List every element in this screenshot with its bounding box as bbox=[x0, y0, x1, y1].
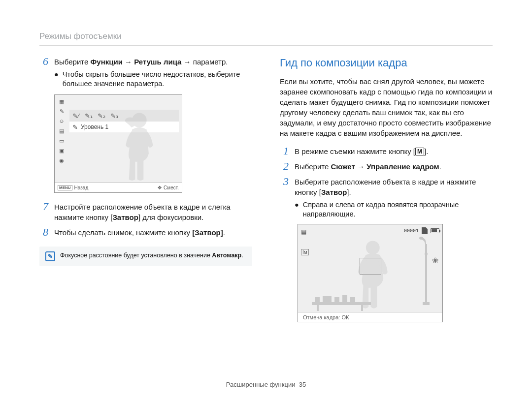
page-number: 35 bbox=[299, 381, 306, 388]
two-column-layout: 6 Выберите Функции → Ретушь лица → парам… bbox=[39, 57, 493, 322]
bold: Управление кадром bbox=[366, 162, 439, 171]
lcd-area: ▦ Iм 00001 ❀ bbox=[298, 224, 442, 312]
left-icons: ▦ Iм bbox=[301, 228, 309, 255]
text: ]. bbox=[424, 147, 428, 155]
step-7: 7 Настройте расположение объекта в кадре… bbox=[39, 202, 252, 222]
svg-point-3 bbox=[419, 237, 423, 240]
brush-off-icon: ✎∕ bbox=[69, 111, 82, 121]
bold: [Затвор] bbox=[192, 228, 223, 237]
bold: Затвор bbox=[321, 188, 347, 196]
svg-rect-9 bbox=[334, 297, 339, 302]
text: В режиме съемки нажмите кнопку [ bbox=[295, 147, 415, 155]
text: . bbox=[241, 252, 243, 259]
sub-bullet: ● Справа и слева от кадра появятся прозр… bbox=[295, 200, 493, 219]
bullet-dot-icon: ● bbox=[54, 70, 59, 89]
text: → bbox=[123, 58, 134, 66]
wb-icon: ▭ bbox=[57, 136, 66, 145]
bold: Ретушь лица bbox=[134, 58, 181, 66]
svg-rect-4 bbox=[423, 302, 430, 305]
battery-icon bbox=[431, 228, 439, 233]
svg-point-1 bbox=[366, 241, 379, 255]
sd-card-icon bbox=[422, 227, 428, 234]
text: Выберите bbox=[54, 58, 90, 66]
svg-rect-10 bbox=[342, 295, 347, 302]
note-box: ✎ Фокусное расстояние будет установлено … bbox=[39, 247, 252, 266]
step-6: 6 Выберите Функции → Ретушь лица → парам… bbox=[39, 57, 252, 89]
step-number: 6 bbox=[39, 57, 48, 89]
text: . bbox=[439, 162, 441, 171]
note-icon: ✎ bbox=[45, 251, 55, 261]
mode-icon: ▦ bbox=[57, 97, 66, 106]
lcd-footer-bar: Отмена кадра: ОК bbox=[298, 312, 442, 322]
size-icon: Iм bbox=[301, 249, 309, 255]
frame-counter: 00001 bbox=[404, 228, 419, 234]
menu-back-label: Назад bbox=[74, 185, 89, 190]
lcd-area: ▦ ✎ ☺ ▤ ▭ ▣ ◉ ✎∕ ✎₁ ✎₂ ✎₃ bbox=[55, 95, 182, 183]
camera-lcd-screenshot-2: ▦ Iм 00001 ❀ bbox=[298, 224, 443, 322]
text: → параметр. bbox=[181, 58, 228, 66]
svg-rect-8 bbox=[323, 296, 332, 302]
left-column: 6 Выберите Функции → Ретушь лица → парам… bbox=[39, 57, 252, 322]
frame-icon: ▣ bbox=[57, 146, 66, 155]
retouch-icon: ✎ bbox=[57, 107, 66, 116]
step-number: 2 bbox=[280, 161, 289, 172]
left-icon-column: ▦ ✎ ☺ ▤ ▭ ▣ ◉ bbox=[57, 97, 67, 165]
svg-rect-11 bbox=[350, 297, 355, 302]
text: Чтобы сделать снимок, нажмите кнопку bbox=[54, 228, 192, 237]
footer-label: Отмена кадра: ОК bbox=[303, 314, 349, 320]
menu-word-icon: MENU bbox=[58, 185, 72, 190]
bold: Автомакр bbox=[212, 252, 241, 259]
step-body: Выберите Сюжет → Управление кадром. bbox=[295, 161, 493, 172]
top-right-status: 00001 bbox=[404, 227, 439, 234]
section-title: Режимы фотосъемки bbox=[39, 31, 493, 41]
divider bbox=[39, 45, 493, 46]
step-8: 8 Чтобы сделать снимок, нажмите кнопку [… bbox=[39, 227, 252, 238]
menu-move: ✥ Смест. bbox=[158, 185, 179, 190]
manual-page: Режимы фотосъемки 6 Выберите Функции → Р… bbox=[0, 0, 532, 401]
mode-button-glyph: M bbox=[415, 148, 424, 155]
brush-1-icon: ✎₁ bbox=[82, 111, 95, 121]
scene-mode-icon: ▦ bbox=[301, 228, 309, 235]
step-body: Выберите расположение объекта в кадре и … bbox=[295, 177, 493, 219]
intro-paragraph: Если вы хотите, чтобы вас снял другой че… bbox=[280, 76, 493, 138]
right-column: Гид по композиции кадра Если вы хотите, … bbox=[280, 57, 493, 322]
bench-icon bbox=[312, 292, 391, 312]
note-text: Фокусное расстояние будет установлено в … bbox=[60, 251, 243, 259]
footer-section: Расширенные функции bbox=[226, 381, 296, 388]
bold: Функции bbox=[90, 58, 122, 66]
brush-2-icon: ✎₂ bbox=[95, 111, 108, 121]
step-2: 2 Выберите Сюжет → Управление кадром. bbox=[280, 161, 493, 172]
sub-bullet: ● Чтобы скрыть большее число недостатков… bbox=[54, 70, 252, 89]
lcd-menu-bar: MENU Назад ✥ Смест. bbox=[55, 183, 182, 192]
metering-icon: ▤ bbox=[57, 126, 66, 135]
svg-rect-12 bbox=[317, 305, 319, 311]
step-body: Чтобы сделать снимок, нажмите кнопку [За… bbox=[54, 227, 252, 238]
text: . bbox=[223, 228, 225, 237]
person-silhouette-icon bbox=[111, 109, 170, 182]
level-label: Уровень 1 bbox=[81, 123, 108, 130]
camera-lcd-screenshot: ▦ ✎ ☺ ▤ ▭ ▣ ◉ ✎∕ ✎₁ ✎₂ ✎₃ bbox=[54, 94, 182, 193]
text: Выберите bbox=[295, 162, 331, 171]
svg-point-5 bbox=[425, 252, 428, 255]
svg-rect-13 bbox=[361, 305, 363, 311]
face-icon: ☺ bbox=[57, 117, 66, 125]
svg-rect-6 bbox=[312, 302, 371, 305]
sub-text: Чтобы скрыть большее число недостатков, … bbox=[63, 70, 252, 89]
step-3: 3 Выберите расположение объекта в кадре … bbox=[280, 177, 493, 219]
bullet-dot-icon: ● bbox=[295, 200, 299, 219]
step-number: 7 bbox=[39, 202, 48, 222]
menu-back: MENU Назад bbox=[58, 185, 88, 190]
step-number: 3 bbox=[280, 177, 289, 219]
subsection-heading: Гид по композиции кадра bbox=[280, 57, 493, 69]
step-1: 1 В режиме съемки нажмите кнопку [M]. bbox=[280, 146, 493, 156]
brush-icon: ✎ bbox=[72, 123, 78, 131]
page-footer: Расширенные функции 35 bbox=[0, 381, 532, 388]
timer-icon: ◉ bbox=[57, 156, 66, 165]
bold: Затвор bbox=[112, 213, 138, 221]
bold: Сюжет bbox=[331, 162, 355, 171]
streetlamp-icon bbox=[419, 234, 433, 308]
dpad-icon: ✥ bbox=[158, 185, 162, 190]
sub-text: Справа и слева от кадра появятся прозрач… bbox=[303, 200, 493, 219]
step-body: Настройте расположение объекта в кадре и… bbox=[54, 202, 252, 222]
text: → bbox=[355, 162, 366, 171]
